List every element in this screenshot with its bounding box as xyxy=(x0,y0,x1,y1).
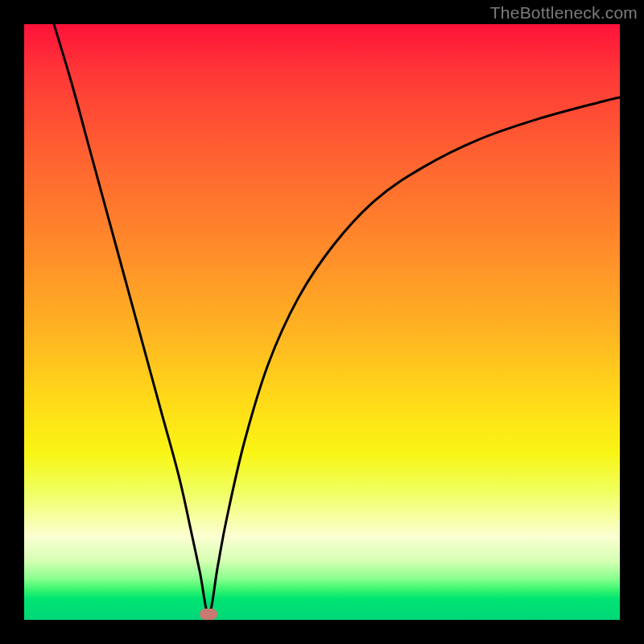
optimal-point-marker xyxy=(200,609,217,620)
chart-frame: TheBottleneck.com xyxy=(0,0,644,644)
curve-svg xyxy=(24,24,620,620)
bottleneck-curve xyxy=(54,24,620,614)
watermark-text: TheBottleneck.com xyxy=(490,3,638,23)
